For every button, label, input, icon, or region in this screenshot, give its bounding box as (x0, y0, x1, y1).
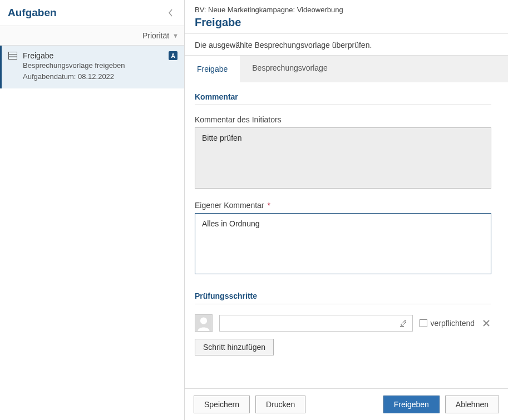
task-subtitle-2: Aufgabendatum: 08.12.2022 (23, 71, 177, 82)
tabs: Freigabe Besprechungsvorlage (185, 55, 508, 82)
task-subtitle-1: Besprechungsvorlage freigeben (23, 60, 177, 71)
own-comment-input[interactable] (195, 213, 491, 274)
person-icon (196, 315, 211, 331)
required-marker: * (265, 201, 270, 210)
tab-freigabe[interactable]: Freigabe (185, 56, 240, 82)
edit-icon[interactable] (400, 319, 408, 328)
own-comment-label: Eigener Kommentar * (195, 201, 491, 210)
svg-rect-0 (9, 52, 17, 60)
footer: Speichern Drucken Freigeben Ablehnen (185, 388, 508, 420)
reject-button[interactable]: Ablehnen (445, 396, 499, 413)
task-title: Freigabe (23, 51, 169, 60)
initiator-comment-value: Bitte prüfen (195, 127, 491, 189)
sidebar: Aufgaben Priorität ▼ Freigabe A Besprech… (0, 0, 185, 420)
page-title: Freigabe (195, 16, 498, 29)
breadcrumb: BV: Neue Marketingkampagne: Videowerbung (195, 6, 498, 14)
mandatory-label: verpflichtend (431, 319, 475, 328)
checkbox-icon (420, 319, 427, 327)
svg-point-3 (200, 318, 207, 324)
remove-step-button[interactable] (481, 318, 491, 328)
task-icon (8, 52, 17, 60)
avatar (195, 314, 213, 332)
save-button[interactable]: Speichern (194, 396, 250, 413)
step-user-input[interactable] (219, 315, 413, 332)
page-description: Die ausgewählte Besprechungsvorlage über… (185, 34, 508, 55)
sort-priority[interactable]: Priorität ▼ (0, 26, 184, 46)
sort-label: Priorität (142, 31, 169, 40)
sidebar-title: Aufgaben (8, 7, 57, 19)
collapse-sidebar-button[interactable] (165, 7, 176, 18)
add-step-button[interactable]: Schritt hinzufügen (195, 339, 274, 355)
initiator-comment-label: Kommentar des Initiators (195, 115, 491, 124)
close-icon (482, 319, 490, 327)
section-header-comment: Kommentar (195, 92, 491, 105)
tab-besprechungsvorlage[interactable]: Besprechungsvorlage (240, 56, 339, 82)
step-row: verpflichtend (195, 314, 491, 332)
mandatory-checkbox[interactable]: verpflichtend (420, 319, 475, 328)
print-button[interactable]: Drucken (255, 396, 305, 413)
caret-down-icon: ▼ (172, 32, 179, 39)
main-pane: BV: Neue Marketingkampagne: Videowerbung… (185, 0, 508, 420)
task-item[interactable]: Freigabe A Besprechungsvorlage freigeben… (0, 46, 184, 88)
approve-button[interactable]: Freigeben (383, 396, 440, 413)
chevron-left-icon (168, 9, 174, 17)
task-badge: A (169, 51, 177, 60)
section-header-steps: Prüfungsschritte (195, 291, 491, 304)
